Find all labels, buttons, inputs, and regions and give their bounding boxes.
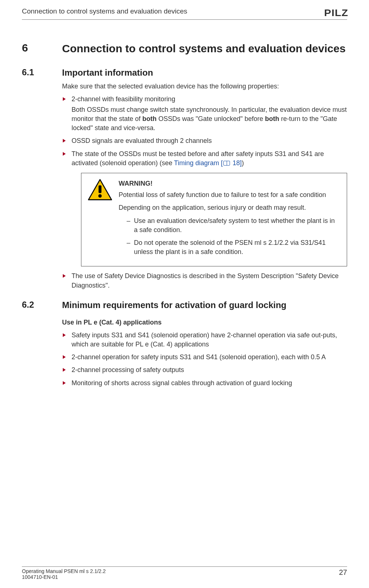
- bold-text: both: [142, 115, 157, 122]
- svg-point-2: [98, 194, 101, 198]
- bold-text: both: [265, 115, 279, 122]
- item-text: Monitoring of shorts across signal cable…: [72, 379, 292, 387]
- chapter-heading-row: 6 Connection to control systems and eval…: [22, 42, 347, 56]
- book-icon: [223, 161, 230, 166]
- list-item: Use an evaluation device/safety system t…: [127, 216, 340, 235]
- list-item: 2-channel with feasibility monitoring Bo…: [62, 95, 347, 133]
- list-item: Safety inputs S31 and S41 (solenoid oper…: [62, 331, 347, 349]
- chapter-number: 6: [22, 42, 62, 54]
- warning-actions: Use an evaluation device/safety system t…: [127, 216, 340, 257]
- warning-box: WARNING! Potential loss of safety functi…: [81, 173, 347, 266]
- warning-title: WARNING!: [119, 179, 340, 188]
- section-6-1-number: 6.1: [22, 67, 62, 77]
- section-6-1-list: 2-channel with feasibility monitoring Bo…: [62, 95, 347, 290]
- list-item: Monitoring of shorts across signal cable…: [62, 379, 347, 388]
- footer-doc-id: 1004710-EN-01: [22, 574, 106, 580]
- item-subtext: Both OSSDs must change switch state sync…: [72, 105, 347, 133]
- section-6-2-number: 6.2: [22, 300, 62, 310]
- list-item: OSSD signals are evaluated through 2 cha…: [62, 136, 347, 145]
- warning-icon: [88, 179, 112, 260]
- chapter-title: Connection to control systems and evalua…: [62, 42, 347, 56]
- item-text: Safety inputs S31 and S41 (solenoid oper…: [72, 331, 337, 348]
- list-item: The state of the OSSDs must be tested be…: [62, 149, 347, 267]
- section-6-2-list: Safety inputs S31 and S41 (solenoid oper…: [62, 331, 347, 388]
- section-6-2-heading-row: 6.2 Minimum requirements for activation …: [22, 300, 347, 311]
- footer-left: Operating Manual PSEN ml s 2.1/2.2 10047…: [22, 568, 106, 580]
- link-text: Timing diagram [: [174, 159, 223, 167]
- item-text: 2-channel operation for safety inputs S3…: [72, 353, 326, 361]
- item-text: OSSD signals are evaluated through 2 cha…: [72, 137, 212, 144]
- item-text: Use an evaluation device/safety system t…: [134, 217, 335, 234]
- warning-content: WARNING! Potential loss of safety functi…: [119, 179, 340, 260]
- item-text: Do not operate the solenoid of the PSEN …: [134, 239, 326, 255]
- page-footer: Operating Manual PSEN ml s 2.1/2.2 10047…: [22, 566, 347, 580]
- warning-line: Potential loss of safety function due to…: [119, 190, 340, 200]
- cross-reference-link[interactable]: Timing diagram [ 18]: [174, 159, 242, 167]
- section-6-2-title: Minimum requirements for activation of g…: [62, 300, 347, 311]
- svg-rect-1: [99, 185, 101, 193]
- link-page: 18]: [231, 159, 242, 167]
- item-text: 2-channel processing of safety outputs: [72, 366, 184, 373]
- item-text: 2-channel with feasibility monitoring: [72, 95, 175, 103]
- section-6-1-intro: Make sure that the selected evaluation d…: [62, 82, 347, 91]
- section-6-2-subhead: Use in PL e (Cat. 4) applications: [62, 318, 347, 327]
- footer-doc-title: Operating Manual PSEN ml s 2.1/2.2: [22, 568, 106, 574]
- list-item: The use of Safety Device Diagnostics is …: [62, 272, 347, 290]
- text-run: OSSDs was "Gate unlocked" before: [157, 115, 265, 122]
- item-text: The use of Safety Device Diagnostics is …: [72, 272, 339, 289]
- text-run: ): [242, 159, 244, 167]
- list-item: 2-channel operation for safety inputs S3…: [62, 353, 347, 362]
- warning-line: Depending on the application, serious in…: [119, 203, 340, 212]
- brand-logo: PILZ: [324, 7, 348, 19]
- list-item: Do not operate the solenoid of the PSEN …: [127, 238, 340, 257]
- section-6-1-title: Important information: [62, 67, 347, 78]
- header-title: Connection to control systems and evalua…: [22, 7, 187, 15]
- list-item: 2-channel processing of safety outputs: [62, 365, 347, 375]
- page-header: Connection to control systems and evalua…: [22, 7, 347, 20]
- section-6-2-body: Use in PL e (Cat. 4) applications Safety…: [62, 318, 347, 388]
- section-6-1-heading-row: 6.1 Important information: [22, 67, 347, 78]
- page-number: 27: [339, 568, 347, 577]
- section-6-1-body: Make sure that the selected evaluation d…: [62, 82, 347, 290]
